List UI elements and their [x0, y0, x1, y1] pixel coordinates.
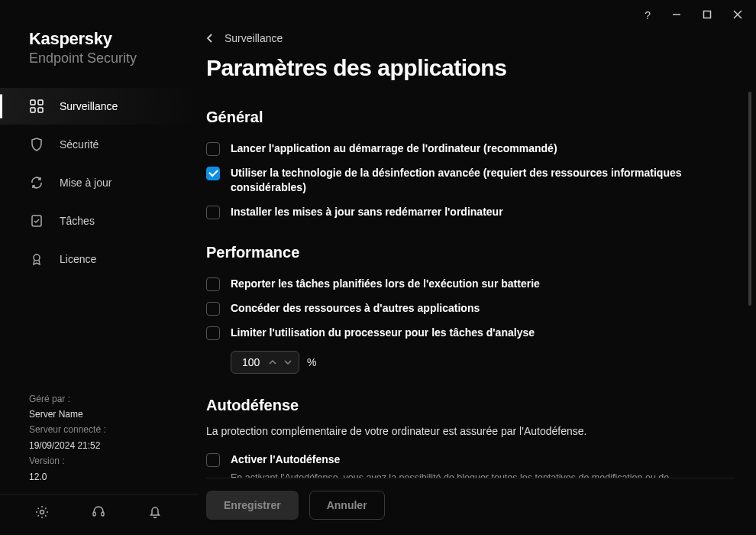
refresh-icon — [29, 175, 44, 190]
scrollbar-thumb[interactable] — [748, 92, 751, 306]
section-selfdefense-title: Autodéfense — [206, 397, 712, 414]
sidebar-item-label: Sécurité — [60, 138, 99, 151]
checkbox-launch-on-startup[interactable] — [206, 142, 220, 156]
section-general-title: Général — [206, 109, 712, 126]
checkbox-label: Utiliser la technologie de la désinfecti… — [231, 166, 712, 196]
checkbox-enable-selfdefense[interactable] — [206, 453, 220, 467]
chevron-down-icon[interactable] — [283, 358, 292, 367]
sidebar-item-license[interactable]: Licence — [0, 241, 199, 277]
cpu-limit-value: 100 — [242, 356, 263, 368]
brand-subtitle: Endpoint Security — [29, 50, 170, 66]
page-title: Paramètres des applications — [206, 55, 735, 81]
server-connected-label: Serveur connecté : — [29, 422, 170, 437]
checkbox-label: Installer les mises à jour sans redémarr… — [231, 205, 503, 220]
brand-title: Kaspersky — [29, 29, 170, 49]
checkbox-yield-resources[interactable] — [206, 302, 220, 316]
svg-point-10 — [40, 511, 44, 514]
version-label: Version : — [29, 453, 170, 469]
chevron-left-icon — [206, 33, 214, 44]
checkbox-label: Reporter les tâches planifiées lors de l… — [231, 277, 540, 292]
clipboard-icon — [29, 213, 44, 229]
breadcrumb[interactable]: Surveillance — [206, 32, 735, 44]
checkbox-label: Limiter l'utilisation du processeur pour… — [231, 326, 535, 341]
chevron-up-icon[interactable] — [268, 358, 277, 367]
managed-by-label: Géré par : — [29, 391, 170, 407]
cancel-button[interactable]: Annuler — [309, 491, 385, 520]
sidebar-item-update[interactable]: Mise à jour — [0, 164, 199, 201]
svg-rect-4 — [31, 100, 35, 105]
notifications-icon[interactable] — [148, 505, 162, 521]
sidebar-item-security[interactable]: Sécurité — [0, 126, 199, 163]
shield-icon — [29, 137, 44, 152]
selfdefense-description: La protection complémentaire de votre or… — [206, 425, 712, 437]
managed-by-value: Server Name — [29, 407, 170, 422]
svg-point-9 — [34, 255, 40, 261]
svg-rect-5 — [38, 100, 43, 105]
checkbox-limit-cpu[interactable] — [206, 326, 220, 340]
dashboard-icon — [29, 99, 44, 114]
server-connected-value: 19/09/2024 21:52 — [29, 438, 170, 453]
cpu-limit-stepper[interactable]: 100 — [231, 351, 299, 374]
section-performance-title: Performance — [206, 244, 712, 261]
checkbox-label: Lancer l'application au démarrage de l'o… — [231, 141, 557, 157]
version-value: 12.0 — [29, 469, 170, 485]
checkbox-label: Activer l'Autodéfense — [231, 452, 712, 468]
svg-rect-12 — [102, 512, 104, 516]
svg-rect-6 — [31, 108, 35, 112]
svg-rect-7 — [38, 108, 43, 112]
save-button[interactable]: Enregistrer — [206, 491, 299, 520]
badge-icon — [29, 251, 44, 267]
sidebar-item-label: Licence — [60, 253, 96, 265]
support-icon[interactable] — [92, 505, 105, 521]
cpu-limit-unit: % — [307, 356, 316, 368]
svg-rect-11 — [93, 512, 95, 516]
sidebar-item-surveillance[interactable]: Surveillance — [0, 88, 199, 125]
sidebar-item-label: Tâches — [60, 215, 95, 227]
breadcrumb-label: Surveillance — [225, 32, 283, 44]
checkbox-postpone-on-battery[interactable] — [206, 277, 220, 291]
sidebar-item-tasks[interactable]: Tâches — [0, 203, 199, 239]
sidebar-item-label: Surveillance — [60, 100, 118, 112]
checkbox-label: Concéder des ressources à d'autres appli… — [231, 301, 480, 316]
settings-icon[interactable] — [35, 505, 49, 521]
selfdefense-subtext: En activant l'Autodéfense, vous avez la … — [231, 471, 712, 478]
sidebar-item-label: Mise à jour — [60, 177, 111, 189]
checkbox-advanced-disinfection[interactable] — [206, 167, 220, 180]
scrollbar[interactable] — [748, 92, 751, 481]
checkbox-install-without-restart[interactable] — [206, 206, 220, 219]
